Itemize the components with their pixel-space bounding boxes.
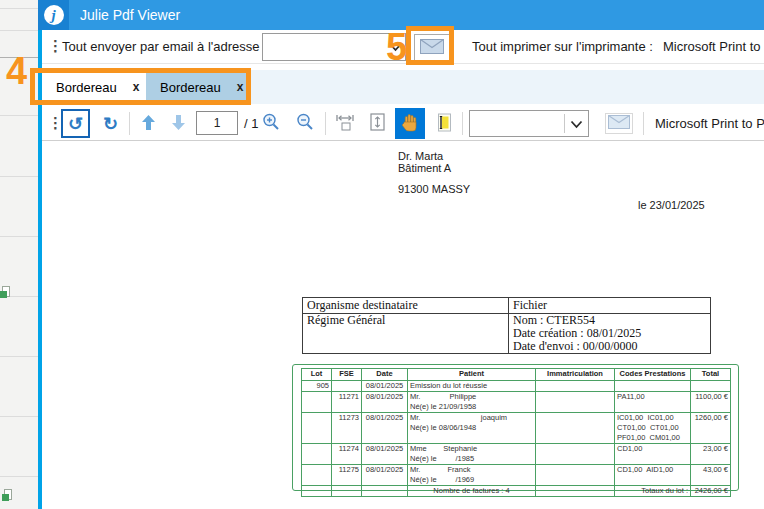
rotate-cw-icon: ↻ <box>103 115 118 133</box>
envelope-icon <box>608 115 630 132</box>
document-date: le 23/01/2025 <box>638 199 705 211</box>
viewer-email-combobox[interactable] <box>469 110 589 137</box>
file-info-table: Organisme destinataire Fichier Régime Gé… <box>302 297 711 354</box>
lot-table-row: 1127408/01/2025Mme Stephanie Né(e) le /1… <box>302 444 731 465</box>
fit-width-button[interactable] <box>332 112 358 135</box>
divider <box>0 176 38 177</box>
cell-codes: IC01,00 IC01,00 CT01,00 CT01,00 PF01,00 … <box>615 413 691 444</box>
grip-icon[interactable]: ⋮ <box>48 37 63 55</box>
divider <box>0 356 38 357</box>
cell-patient: Mme Stephanie Né(e) le /1985 <box>408 444 536 465</box>
arrow-up-icon <box>141 114 156 134</box>
lot-table-body: 90508/01/2025Emission du lot réussie1127… <box>302 381 731 486</box>
cell-empty <box>302 486 332 497</box>
cell-codes: PA11,00 <box>615 392 691 413</box>
cell-total: 1100,00 € <box>691 392 731 413</box>
cell-fse: 11275 <box>332 465 362 486</box>
email-address-combobox[interactable] <box>262 33 406 61</box>
info-regime: Régime Général <box>303 314 509 354</box>
hand-icon <box>401 113 419 135</box>
header-lot: Lot <box>302 369 332 381</box>
app-logo-letter: j <box>44 5 64 25</box>
cell-empty <box>362 486 408 497</box>
cell-empty <box>332 486 362 497</box>
cell-codes <box>615 381 691 392</box>
cell-fse: 11274 <box>332 444 362 465</box>
cell-fse <box>332 381 362 392</box>
document-icon <box>0 286 11 299</box>
info-col2-header: Fichier <box>509 298 711 314</box>
screen: j Julie Pdf Viewer ⋮ Tout envoyer par em… <box>0 0 764 509</box>
header-total: Total <box>691 369 731 381</box>
fit-page-icon <box>370 113 385 134</box>
lot-table-frame: Lot FSE Date Patient Immatriculation Cod… <box>292 364 739 491</box>
zoom-in-button[interactable] <box>258 112 284 135</box>
previous-page-button[interactable] <box>136 113 160 134</box>
cell-total: 43,00 € <box>691 465 731 486</box>
doctor-city: 91300 MASSY <box>398 183 470 195</box>
annotation-highlight-email-button <box>406 26 454 65</box>
header-immatriculation: Immatriculation <box>536 369 615 381</box>
email-all-label: Tout envoyer par email à l'adresse : <box>62 39 267 54</box>
divider <box>129 112 130 135</box>
divider <box>0 115 38 116</box>
hand-pan-tool-button[interactable] <box>395 108 425 139</box>
text-select-tool-button[interactable] <box>431 111 457 136</box>
doctor-building: Bâtiment A <box>398 162 451 174</box>
rotate-cw-button[interactable]: ↻ <box>97 109 124 138</box>
page-number-input[interactable]: 1 <box>196 111 238 135</box>
zoom-out-button[interactable] <box>292 112 318 135</box>
cell-date: 08/01/2025 <box>362 465 408 486</box>
divider <box>564 114 565 133</box>
lot-table-row: 90508/01/2025Emission du lot réussie <box>302 381 731 392</box>
fit-width-icon <box>336 114 354 134</box>
window-title: Julie Pdf Viewer <box>80 0 180 30</box>
lot-table-header-row: Lot FSE Date Patient Immatriculation Cod… <box>302 369 731 381</box>
cell-immat <box>536 413 615 444</box>
cell-patient: Mr. Franck Né(e) le /1969 <box>408 465 536 486</box>
viewer-email-button[interactable] <box>605 113 633 134</box>
cell-lot <box>302 392 332 413</box>
chevron-down-icon[interactable] <box>570 115 583 133</box>
cell-date: 08/01/2025 <box>362 413 408 444</box>
cell-codes: CD1,00 AID1,00 <box>615 465 691 486</box>
lot-table: Lot FSE Date Patient Immatriculation Cod… <box>301 368 731 497</box>
printer-name: Microsoft Print to PD <box>663 39 764 54</box>
divider <box>0 476 38 477</box>
document-icon <box>2 489 13 502</box>
cell-date: 08/01/2025 <box>362 444 408 465</box>
cell-immat <box>536 444 615 465</box>
cell-total: 1260,00 € <box>691 413 731 444</box>
viewer-printer-name: Microsoft Print to PD <box>655 116 764 131</box>
cell-total <box>691 381 731 392</box>
cell-immat <box>536 392 615 413</box>
zoom-out-icon <box>296 113 314 134</box>
text-select-icon <box>436 113 452 135</box>
cell-lot <box>302 413 332 444</box>
divider <box>462 112 463 135</box>
rotate-ccw-button[interactable]: ↺ <box>61 109 90 138</box>
info-col1-header: Organisme destinataire <box>303 298 509 314</box>
divider <box>0 30 38 31</box>
cell-date: 08/01/2025 <box>362 381 408 392</box>
page-count-label: / 1 <box>244 116 258 131</box>
lot-table-footer-row: Nombre de factures : 4 Totaux du lot : 2… <box>302 486 731 497</box>
header-patient: Patient <box>408 369 536 381</box>
cell-codes: CD1,00 <box>615 444 691 465</box>
print-all-label: Tout imprimer sur l'imprimante : <box>472 39 653 54</box>
cell-total: 23,00 € <box>691 444 731 465</box>
header-date: Date <box>362 369 408 381</box>
lot-table-row: 1127308/01/2025Mr. joaquim Né(e) le 08/0… <box>302 413 731 444</box>
header-fse: FSE <box>332 369 362 381</box>
annotation-step-5: 5 <box>386 28 407 66</box>
annotation-step-4: 4 <box>6 52 27 90</box>
cell-empty <box>536 486 615 497</box>
info-file-details: Nom : CTER554 Date création : 08/01/2025… <box>509 314 711 354</box>
cell-patient: Mr. joaquim Né(e) le 08/06/1948 <box>408 413 536 444</box>
pdf-page: Dr. Marta Bâtiment A 91300 MASSY le 23/0… <box>42 141 764 509</box>
cell-lot: 905 <box>302 381 332 392</box>
next-page-button[interactable] <box>166 113 190 134</box>
fit-page-button[interactable] <box>364 112 390 135</box>
cell-patient: Emission du lot réussie <box>408 381 536 392</box>
lot-table-row: 1127508/01/2025Mr. Franck Né(e) le /1969… <box>302 465 731 486</box>
